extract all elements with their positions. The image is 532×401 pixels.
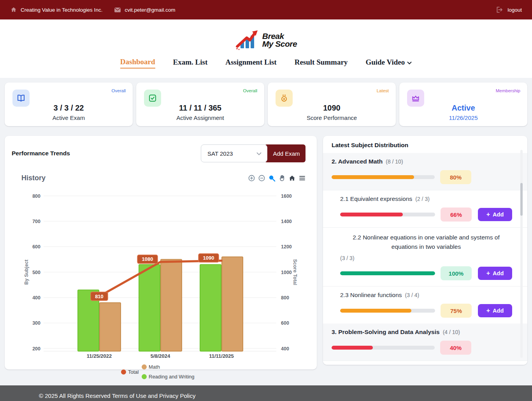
svg-text:Score Total: Score Total — [292, 259, 298, 285]
percent-badge: 40% — [440, 341, 471, 355]
svg-text:1090: 1090 — [203, 255, 214, 261]
subject-count: (8 / 10) — [386, 158, 403, 165]
progress-fill — [340, 309, 411, 313]
reset-home-icon[interactable] — [288, 174, 296, 182]
progress-track — [340, 271, 435, 275]
checkbox-icon — [144, 90, 161, 107]
progress-fill — [340, 213, 403, 216]
svg-text:800: 800 — [281, 295, 289, 301]
svg-text:200: 200 — [32, 346, 40, 352]
legend-dot-total — [121, 369, 126, 375]
history-chart-title: History — [21, 174, 46, 182]
menu-icon[interactable] — [298, 174, 306, 182]
svg-text:810: 810 — [95, 294, 104, 299]
progress-fill — [332, 346, 373, 350]
percent-badge: 80% — [440, 170, 471, 184]
subject-count: (4 / 10) — [443, 329, 460, 335]
nav-item-assignment-list[interactable]: Assignment List — [225, 58, 276, 68]
subject-row: 3.1 Ratios, rates, proportional relation… — [323, 361, 527, 365]
svg-text:1000: 1000 — [281, 270, 292, 275]
card-tag: Membership — [496, 88, 520, 93]
zoom-out-icon[interactable] — [258, 174, 265, 182]
subject-distribution-panel: Latest Subject Distribution 2. Advanced … — [323, 136, 527, 365]
legend-dot-reading-writing — [142, 374, 147, 379]
nav-item-result-summary[interactable]: Result Summary — [295, 58, 348, 68]
header: Break My Score Dashboard Exam. List Assi… — [0, 19, 532, 78]
scrollbar-thumb[interactable] — [520, 183, 523, 216]
svg-text:1600: 1600 — [281, 193, 292, 199]
svg-text:5/8/2024: 5/8/2024 — [151, 353, 170, 359]
svg-text:600: 600 — [32, 244, 40, 250]
stat-card-active-assignment: Overall 11 / 11 / 365 Active Assignment — [136, 83, 264, 126]
progress-fill — [340, 271, 435, 275]
stat-card-score-performance: Latest 1090 Score Performance — [268, 83, 396, 126]
nav-item-dashboard[interactable]: Dashboard — [120, 58, 155, 69]
svg-text:11/25/2022: 11/25/2022 — [87, 353, 112, 359]
zoom-in-icon[interactable] — [248, 174, 255, 182]
subject-row: 2.2 Nonlinear equations in one variable … — [323, 227, 527, 286]
footer: © 2025 All Rights Reserved Terms of Use … — [0, 385, 532, 401]
main-content: Performance Trends SAT 2023 Add Exam His… — [0, 131, 532, 369]
legend-item-reading-writing[interactable]: Reading and Writing — [142, 374, 195, 380]
nav-item-exam-list[interactable]: Exam. List — [173, 58, 208, 68]
logout-label: logout — [507, 7, 522, 13]
percent-badge: 100% — [441, 266, 472, 280]
svg-text:By Subject: By Subject — [24, 259, 29, 285]
history-chart: 2003004005006007008004006008001000120014… — [5, 136, 317, 369]
logout-button[interactable]: logout — [495, 6, 522, 14]
subject-distribution-title: Latest Subject Distribution — [323, 136, 527, 153]
selection-zoom-icon[interactable] — [268, 174, 276, 182]
subject-title: 3. Problem-Solving and Data Analysis — [332, 329, 440, 335]
add-button-label: Add — [493, 308, 504, 314]
add-button[interactable]: + Add — [478, 208, 512, 221]
exam-select-value: SAT 2023 — [207, 150, 233, 157]
legend-item-math[interactable]: Math — [142, 364, 160, 370]
chevron-down-icon — [407, 58, 412, 67]
add-button[interactable]: + Add — [478, 304, 512, 317]
svg-text:700: 700 — [32, 219, 40, 224]
subject-count-line: (3 / 3) — [340, 255, 512, 261]
bar-chart-arrow-icon — [235, 28, 259, 52]
app-logo[interactable]: Break My Score — [235, 29, 297, 51]
logo-text: Break My Score — [262, 32, 297, 48]
footer-conjunction: and — [148, 392, 158, 399]
card-tag: Overall — [243, 88, 257, 93]
performance-trends-title: Performance Trends — [12, 150, 70, 157]
scrollbar-track[interactable] — [520, 150, 523, 358]
crown-icon — [407, 90, 424, 107]
subject-title: 2. Advanced Math — [332, 158, 383, 165]
exam-select[interactable]: SAT 2023 — [201, 144, 267, 162]
main-nav: Dashboard Exam. List Assignment List Res… — [120, 58, 412, 69]
add-button-label: Add — [493, 270, 504, 276]
subject-title: 2.1 Equivalent expressions — [340, 195, 412, 202]
svg-text:800: 800 — [32, 193, 40, 199]
topbar-company: Creating Value in Technologies Inc. — [21, 7, 102, 13]
progress-track — [332, 175, 435, 179]
legend-dot-math — [142, 364, 147, 369]
home-icon — [10, 6, 17, 13]
subject-row: 2. Advanced Math(8 / 10) 80% — [323, 153, 527, 190]
privacy-policy-link[interactable]: Privacy Policy — [159, 392, 195, 399]
logout-icon — [495, 6, 503, 14]
card-label: 11/26/2025 — [399, 114, 527, 121]
progress-track — [332, 346, 435, 350]
add-button[interactable]: + Add — [478, 267, 512, 280]
svg-text:11/11/2025: 11/11/2025 — [209, 353, 234, 359]
card-tag: Overall — [112, 88, 126, 93]
chevron-down-icon — [256, 150, 262, 157]
svg-text:500: 500 — [32, 270, 40, 275]
nav-item-guide-video[interactable]: Guide Video — [365, 58, 412, 68]
topbar-email: cvit.peter@gmail.com — [125, 7, 175, 13]
pan-icon[interactable] — [278, 174, 286, 182]
svg-text:1200: 1200 — [281, 244, 292, 250]
progress-fill — [332, 175, 414, 179]
add-exam-button[interactable]: Add Exam — [264, 144, 306, 162]
terms-of-use-link[interactable]: Terms of Use — [112, 392, 146, 399]
chart-toolbar — [248, 174, 306, 182]
legend-item-total[interactable]: Total — [121, 369, 139, 375]
progress-track — [340, 309, 435, 313]
subject-count: (3 / 4) — [405, 292, 420, 298]
performance-trends-panel: Performance Trends SAT 2023 Add Exam His… — [5, 136, 317, 369]
plus-icon: + — [486, 308, 490, 314]
card-label: Score Performance — [268, 114, 396, 121]
